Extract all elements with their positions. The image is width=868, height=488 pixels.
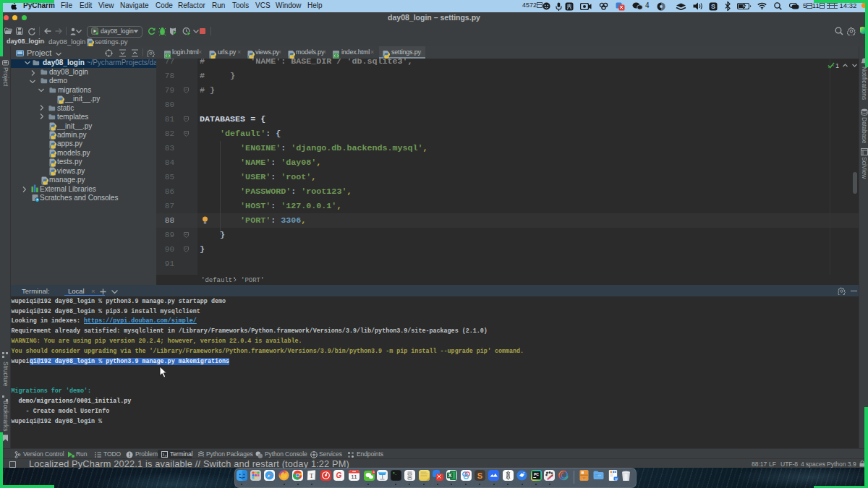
svg-text:S: S <box>477 471 482 480</box>
svg-text:>_: >_ <box>393 471 397 475</box>
svg-text:T: T <box>310 472 314 479</box>
svg-text:G: G <box>336 471 341 479</box>
svg-text:PC: PC <box>534 472 539 476</box>
svg-text:11: 11 <box>352 474 358 480</box>
svg-text:S: S <box>711 3 715 10</box>
svg-text:EXE: EXE <box>582 478 586 480</box>
svg-text:4: 4 <box>373 470 375 474</box>
svg-text:X: X <box>448 473 452 478</box>
